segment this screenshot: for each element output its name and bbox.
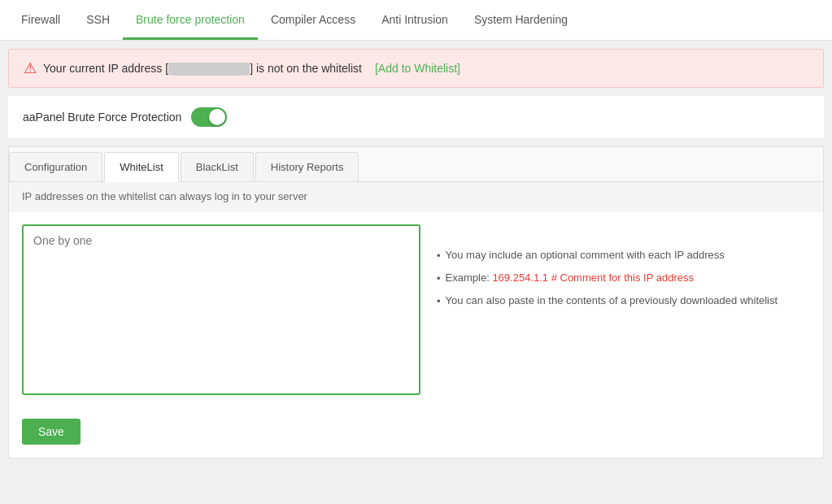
hint-bullet-1: • [437,250,441,262]
nav-item-firewall[interactable]: Firewall [8,2,73,40]
whitelist-body: • You may include an optional comment wi… [9,211,823,411]
whitelist-textarea[interactable] [22,224,420,395]
hint-example: 169.254.1.1 # Comment for this IP addres… [492,272,694,284]
tab-bar: Configuration WhiteList BlackList Histor… [9,147,823,182]
top-navigation: Firewall SSH Brute force protection Comp… [0,0,832,41]
brute-force-toggle[interactable] [191,107,227,127]
nav-item-compiler-access[interactable]: Compiler Access [258,2,368,40]
hint-bullet-3: • [437,295,441,307]
toggle-track [191,107,227,127]
hint-text-1: You may include an optional comment with… [446,249,725,261]
nav-item-system-hardening[interactable]: System Hardening [461,2,581,40]
hint-item-3: • You can also paste in the contents of … [437,294,810,307]
alert-icon: ⚠ [24,59,37,77]
add-to-whitelist-link[interactable]: [Add to Whitelist] [375,62,460,75]
tab-whitelist[interactable]: WhiteList [104,152,178,182]
nav-item-brute-force[interactable]: Brute force protection [123,2,258,40]
tab-configuration[interactable]: Configuration [9,152,102,181]
nav-item-anti-intrusion[interactable]: Anti Intrusion [368,2,461,40]
hint-item-2: • Example: 169.254.1.1 # Comment for thi… [437,272,810,285]
save-section: Save [9,411,823,458]
alert-text: Your current IP address [██████████] is … [43,62,362,75]
tab-history-reports[interactable]: History Reports [255,152,359,181]
hint-item-1: • You may include an optional comment wi… [437,249,810,262]
hint-text-2: Example: 169.254.1.1 # Comment for this … [446,272,694,284]
nav-item-ssh[interactable]: SSH [73,2,123,40]
toggle-section: aaPanel Brute Force Protection [8,96,824,138]
hint-bullet-2: • [437,272,441,285]
ip-mask: ██████████ [168,63,250,75]
main-content: Configuration WhiteList BlackList Histor… [8,146,824,458]
hint-text-3: You can also paste in the contents of a … [446,294,778,306]
tab-blacklist[interactable]: BlackList [181,152,254,181]
toggle-thumb [209,109,225,125]
textarea-wrapper [22,224,420,398]
toggle-label: aaPanel Brute Force Protection [23,111,181,124]
tab-content-whitelist: IP addresses on the whitelist can always… [9,182,823,458]
info-bar: IP addresses on the whitelist can always… [9,182,823,211]
alert-banner: ⚠ Your current IP address [██████████] i… [8,49,824,88]
hints-section: • You may include an optional comment wi… [437,224,810,398]
save-button[interactable]: Save [22,419,81,445]
